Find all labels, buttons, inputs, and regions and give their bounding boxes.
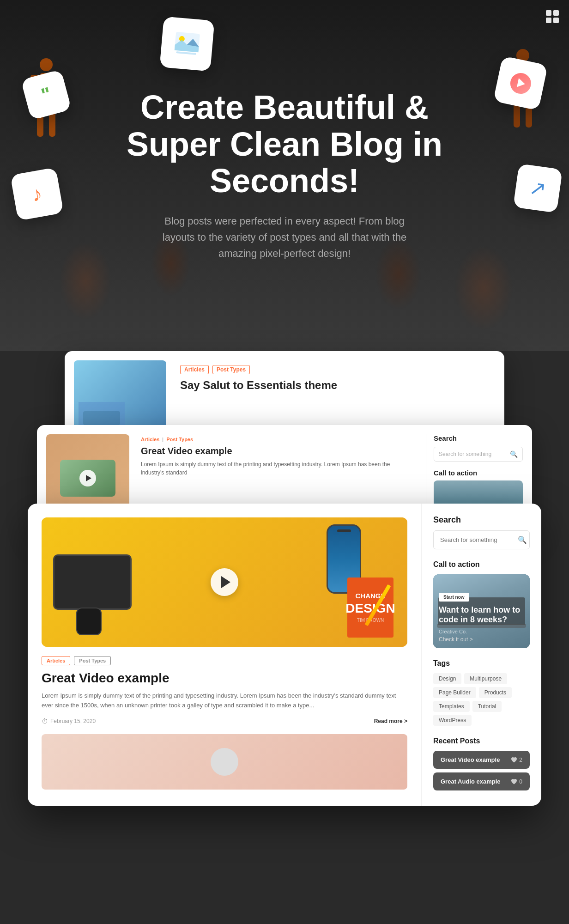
sidebar-search-label: Search [433, 515, 530, 525]
mid-search-label: Search [434, 434, 523, 442]
mid-cta-label: Call to action [434, 469, 523, 477]
search-icon: 🔍 [518, 535, 527, 544]
hero-section: " ♪ ↗ Create Beautiful & Super Clean Blo… [0, 0, 569, 351]
preview-back-image [74, 360, 166, 434]
sidebar-tags-label: Tags [433, 659, 530, 668]
sidebar-search-box[interactable]: 🔍 [433, 530, 530, 549]
cta-content: Start now Want to learn how to code in 8… [433, 587, 530, 648]
sidebar-cta-card[interactable]: Start now Want to learn how to code in 8… [433, 574, 530, 648]
recent-post-title: Great Audio example [441, 778, 501, 785]
svg-rect-22 [83, 411, 120, 425]
svg-rect-0 [546, 10, 551, 16]
recent-posts-container: Great Video example 2 Great Audio exampl… [433, 751, 530, 790]
tags-container: DesignMultipurposePage BuilderProductsTe… [433, 673, 530, 726]
preview-back-tag2: Post Types [212, 365, 250, 374]
main-card-tags: Articles Post Types [42, 656, 407, 665]
svg-point-4 [40, 58, 53, 71]
float-card-image [159, 16, 214, 71]
main-card-left: CHANGEDESIGN TIM BROWN Articles Post Typ… [28, 504, 421, 806]
main-card-sidebar: Search 🔍 Call to action Start now Want t… [421, 504, 541, 806]
main-blog-card: CHANGEDESIGN TIM BROWN Articles Post Typ… [28, 504, 541, 806]
preview-mid-tag1: Articles [141, 437, 159, 442]
preview-back-title: Say Salut to Essentials theme [180, 379, 490, 392]
hero-title: Create Beautiful & Super Clean Blog in S… [111, 89, 458, 199]
image-icon [172, 28, 202, 60]
cta-title: Want to learn how to code in 8 weeks? [439, 605, 524, 625]
tag-pill[interactable]: Multipurpose [464, 673, 507, 684]
svg-rect-3 [553, 18, 559, 23]
svg-rect-1 [553, 10, 559, 16]
share-icon: ↗ [528, 176, 548, 201]
float-card-share: ↗ [513, 164, 563, 213]
main-hero-image: CHANGEDESIGN TIM BROWN [42, 517, 407, 647]
quote-icon: " [39, 84, 53, 105]
play-icon [508, 71, 533, 95]
mid-search-icon: 🔍 [510, 450, 518, 458]
main-card-date: ⏱ February 15, 2020 [42, 717, 96, 725]
main-card-date-text: February 15, 2020 [50, 718, 96, 724]
recent-post-title: Great Video example [441, 756, 500, 763]
preview-back-tag1: Articles [180, 365, 209, 374]
float-card-music: ♪ [10, 167, 64, 221]
preview-mid-tag2: Post Types [166, 437, 193, 442]
brand-logo [545, 9, 560, 27]
read-more-link[interactable]: Read more > [374, 718, 407, 724]
mid-search-placeholder: Search for something [439, 451, 510, 457]
recent-post-item[interactable]: Great Video example 2 [433, 751, 530, 769]
recent-post-likes: 0 [511, 778, 522, 785]
cta-start-button[interactable]: Start now [439, 593, 469, 602]
recent-post-likes: 2 [511, 757, 522, 763]
main-card-excerpt: Lorem Ipsum is simply dummy text of the … [42, 691, 407, 711]
recent-post-item[interactable]: Great Audio example 0 [433, 772, 530, 790]
clock-icon: ⏱ [42, 717, 48, 725]
sidebar-recent-label: Recent Posts [433, 737, 530, 745]
svg-rect-2 [546, 18, 551, 23]
tag-pill[interactable]: Design [433, 673, 461, 684]
second-post-thumbnail [42, 734, 407, 790]
hero-subtitle: Blog posts were perfected in every aspec… [160, 213, 409, 262]
tag-pill[interactable]: Products [479, 687, 512, 698]
tag-pill[interactable]: Tutorial [472, 701, 502, 712]
preview-mid-title: Great Video example [141, 446, 414, 456]
float-card-play [493, 56, 548, 111]
tag-pill[interactable]: WordPress [433, 715, 472, 726]
tag-pill[interactable]: Templates [433, 701, 470, 712]
cta-subtext: Creative Co. [439, 629, 524, 634]
music-icon: ♪ [30, 182, 44, 206]
preview-mid-excerpt: Lorem Ipsum is simply dummy text of the … [141, 460, 414, 477]
previews-section: Articles Post Types Say Salut to Essenti… [0, 351, 569, 824]
tag-pill[interactable]: Page Builder [433, 687, 476, 698]
main-card-title: Great Video example [42, 671, 407, 686]
sidebar-cta-label: Call to action [433, 560, 530, 569]
main-play-button[interactable] [211, 568, 238, 596]
sidebar-search-input[interactable] [440, 536, 518, 543]
main-tag-articles[interactable]: Articles [42, 656, 70, 665]
cta-link[interactable]: Check it out > [439, 636, 524, 643]
main-tag-post-types[interactable]: Post Types [74, 656, 111, 665]
main-card-meta: ⏱ February 15, 2020 Read more > [42, 717, 407, 725]
